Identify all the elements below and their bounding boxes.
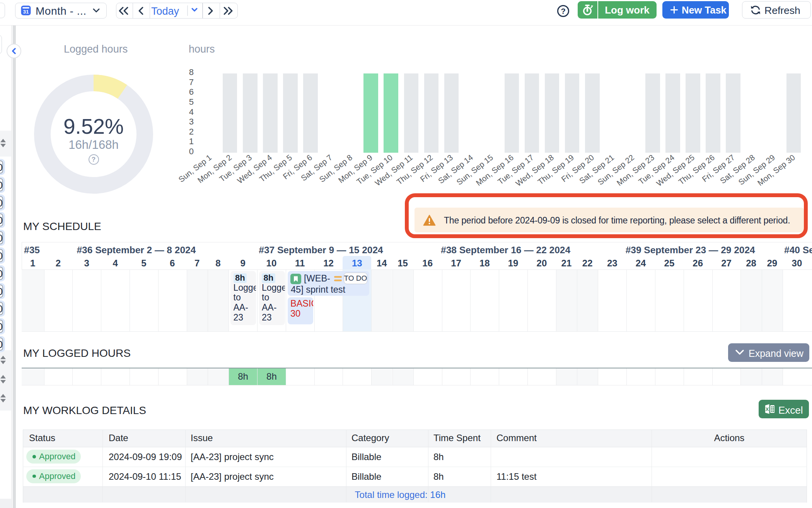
svg-text:31: 31	[23, 9, 29, 15]
svg-text:X: X	[766, 406, 769, 412]
